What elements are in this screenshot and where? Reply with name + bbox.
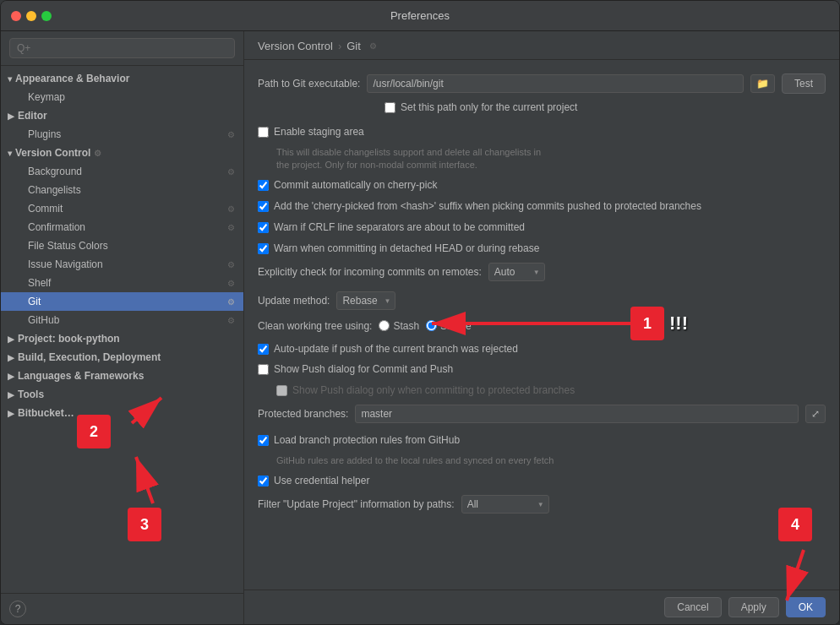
cherry-suffix-checkbox[interactable] — [258, 201, 269, 212]
sidebar-item-project[interactable]: ▶ Project: book-python — [1, 329, 243, 348]
load-branch-rules-checkbox[interactable] — [258, 435, 269, 446]
load-branch-rules-hint: GitHub rules are added to the local rule… — [276, 454, 826, 467]
staging-area-row: Enable staging area — [258, 125, 826, 139]
minimize-button[interactable] — [26, 11, 36, 21]
set-path-label: Set this path only for the current proje… — [401, 101, 577, 115]
update-method-select-wrapper: Rebase Merge — [336, 291, 395, 310]
stash-option[interactable]: Stash — [379, 320, 419, 332]
incoming-row: Explicitly check for incoming commits on… — [258, 263, 826, 281]
sidebar-item-label: GitHub — [28, 314, 59, 326]
sidebar-item-label: Changelists — [28, 184, 81, 196]
sidebar-item-languages[interactable]: ▶ Languages & Frameworks — [1, 367, 243, 385]
collapse-arrow: ▶ — [8, 390, 14, 399]
test-button[interactable]: Test — [782, 73, 826, 94]
filter-select[interactable]: All Only paths Exclude paths — [461, 495, 549, 514]
titlebar: Preferences — [1, 1, 839, 31]
update-method-row: Update method: Rebase Merge — [258, 291, 826, 310]
update-method-select[interactable]: Rebase Merge — [336, 291, 395, 310]
staging-checkbox[interactable] — [258, 127, 269, 138]
sidebar-bottom: ? — [1, 593, 243, 624]
breadcrumb-part2: Git — [346, 40, 361, 52]
sidebar-item-shelf[interactable]: Shelf ⚙ — [1, 274, 243, 292]
sidebar-item-keymap[interactable]: Keymap — [1, 88, 243, 106]
sidebar-item-bitbucket[interactable]: ▶ Bitbucket… — [1, 404, 243, 422]
settings-icon: ⚙ — [227, 260, 235, 269]
sidebar-item-issue-nav[interactable]: Issue Navigation ⚙ — [1, 255, 243, 274]
help-button[interactable]: ? — [9, 601, 26, 617]
sidebar-item-github[interactable]: GitHub ⚙ — [1, 311, 243, 329]
sidebar-item-appearance[interactable]: ▾ Appearance & Behavior — [1, 69, 243, 88]
clean-tree-row: Clean working tree using: Stash Shelve — [258, 320, 826, 332]
show-push-protected-checkbox[interactable] — [276, 385, 287, 396]
staging-hint: This will disable changelists support an… — [276, 146, 826, 172]
sidebar-item-changelists[interactable]: Changelists — [1, 181, 243, 199]
path-label: Path to Git executable: — [258, 78, 360, 90]
crlf-checkbox[interactable] — [258, 222, 269, 233]
sidebar-item-label: Languages & Frameworks — [18, 370, 144, 382]
clean-tree-label: Clean working tree using: — [258, 320, 372, 332]
browse-button[interactable]: 📁 — [750, 74, 775, 93]
collapse-arrow: ▶ — [8, 409, 14, 418]
collapse-arrow: ▶ — [8, 111, 14, 121]
sidebar-item-label: Bitbucket… — [18, 407, 74, 419]
sidebar-item-label: File Status Colors — [28, 240, 108, 252]
show-push-checkbox[interactable] — [258, 364, 269, 375]
window-title: Preferences — [390, 9, 450, 22]
panel-header: Version Control › Git ⚙ — [244, 31, 839, 60]
cherry-pick-row: Commit automatically on cherry-pick — [258, 178, 826, 193]
main-panel: Version Control › Git ⚙ Path to Git exec… — [244, 31, 839, 624]
traffic-lights — [11, 11, 52, 21]
sidebar-item-label: Build, Execution, Deployment — [18, 351, 161, 363]
cherry-suffix-row: Add the 'cherry-picked from <hash>' suff… — [258, 199, 826, 214]
sidebar-item-build[interactable]: ▶ Build, Execution, Deployment — [1, 348, 243, 367]
sidebar-item-label: Tools — [18, 389, 44, 400]
search-input[interactable] — [9, 38, 235, 58]
detached-checkbox[interactable] — [258, 243, 269, 254]
settings-icon: ⚙ — [227, 130, 235, 139]
sidebar-item-background[interactable]: Background ⚙ — [1, 162, 243, 181]
protected-branches-expand-button[interactable]: ⤢ — [805, 405, 826, 423]
stash-label: Stash — [393, 320, 419, 332]
cherry-pick-checkbox[interactable] — [258, 180, 269, 191]
sidebar-item-tools[interactable]: ▶ Tools — [1, 385, 243, 404]
incoming-select[interactable]: Auto Always Never — [488, 263, 545, 281]
ok-button[interactable]: OK — [786, 597, 826, 617]
shelve-option[interactable]: Shelve — [426, 320, 472, 332]
cancel-button[interactable]: Cancel — [664, 597, 721, 617]
sidebar-item-label: Plugins — [28, 128, 61, 140]
sidebar-item-confirmation[interactable]: Confirmation ⚙ — [1, 218, 243, 236]
detached-row: Warn when committing in detached HEAD or… — [258, 242, 826, 256]
sidebar-item-commit[interactable]: Commit ⚙ — [1, 199, 243, 218]
settings-icon: ⚙ — [227, 316, 235, 325]
sidebar-item-label: Shelf — [28, 277, 51, 289]
sidebar-item-git[interactable]: Git ⚙ — [1, 292, 243, 311]
crlf-label: Warn if CRLF line separators are about t… — [274, 220, 525, 235]
sidebar-item-label: Appearance & Behavior — [15, 73, 129, 84]
sidebar-item-plugins[interactable]: Plugins ⚙ — [1, 125, 243, 144]
panel-body: Path to Git executable: 📁 Test Set this … — [244, 60, 839, 590]
sidebar-item-file-status[interactable]: File Status Colors — [1, 236, 243, 255]
apply-button[interactable]: Apply — [728, 597, 779, 617]
shelve-label: Shelve — [440, 320, 472, 332]
incoming-label: Explicitly check for incoming commits on… — [258, 266, 482, 278]
incoming-select-wrapper: Auto Always Never — [488, 263, 545, 281]
credential-checkbox[interactable] — [258, 476, 269, 486]
credential-label: Use credential helper — [274, 474, 369, 488]
path-input[interactable] — [367, 74, 744, 93]
stash-radio[interactable] — [379, 320, 390, 331]
content-area: ▾ Appearance & Behavior Keymap ▶ Editor … — [1, 31, 839, 624]
close-button[interactable] — [11, 11, 21, 21]
shelve-radio[interactable] — [426, 320, 437, 331]
maximize-button[interactable] — [41, 11, 52, 21]
path-row: Path to Git executable: 📁 Test — [258, 73, 826, 94]
sidebar-item-editor[interactable]: ▶ Editor — [1, 106, 243, 125]
set-path-checkbox[interactable] — [385, 102, 395, 113]
breadcrumb-part1: Version Control — [258, 40, 333, 52]
protected-branches-input[interactable] — [355, 405, 799, 423]
auto-update-row: Auto-update if push of the current branc… — [258, 342, 826, 356]
sidebar-item-vcs[interactable]: ▾ Version Control ⚙ — [1, 144, 243, 162]
breadcrumb-separator: › — [338, 40, 341, 52]
auto-update-checkbox[interactable] — [258, 344, 269, 355]
sidebar-item-label: Confirmation — [28, 221, 85, 233]
filter-row: Filter "Update Project" information by p… — [258, 495, 826, 514]
